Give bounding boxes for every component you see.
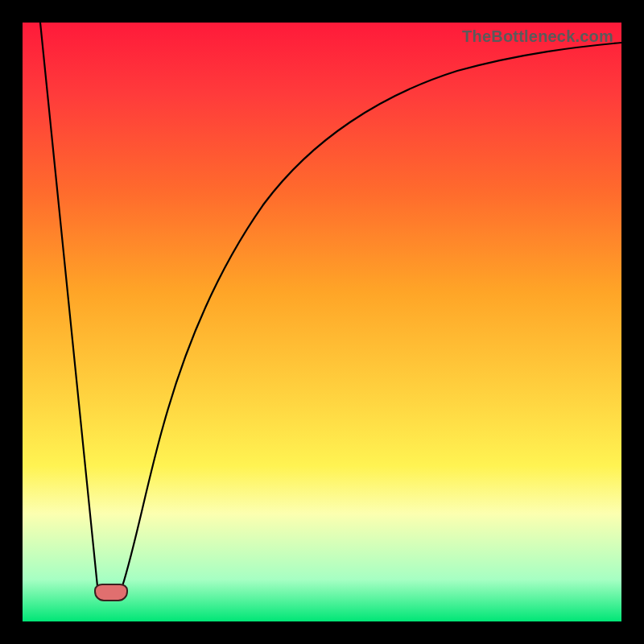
optimal-point-marker <box>94 584 128 601</box>
plot-area: TheBottleneck.com <box>23 23 621 621</box>
chart-frame: TheBottleneck.com <box>0 0 644 644</box>
curve-right <box>122 43 621 586</box>
curve-left <box>40 23 97 586</box>
curve-layer <box>23 23 621 621</box>
